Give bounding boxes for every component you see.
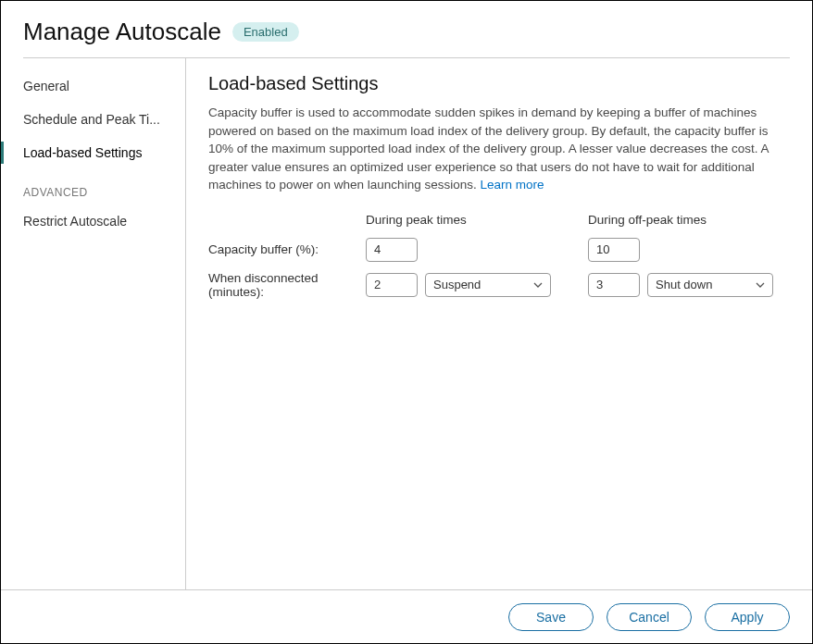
apply-button[interactable]: Apply	[705, 603, 790, 631]
peak-disconnect-action-select[interactable]: Suspend	[425, 273, 551, 297]
sidebar-item-schedule[interactable]: Schedule and Peak Ti...	[1, 103, 185, 136]
sidebar-item-general[interactable]: General	[1, 69, 185, 103]
content-description: Capacity buffer is used to accommodate s…	[208, 104, 790, 194]
learn-more-link[interactable]: Learn more	[480, 178, 544, 192]
sidebar: General Schedule and Peak Ti... Load-bas…	[1, 58, 186, 589]
header: Manage Autoscale Enabled	[1, 1, 812, 57]
row-label-capacity-buffer: Capacity buffer (%):	[208, 242, 366, 256]
cell-offpeak-disconnect: Shut down	[588, 273, 810, 297]
offpeak-disconnect-minutes-input[interactable]	[588, 273, 640, 297]
cell-peak-capacity	[366, 238, 588, 262]
offpeak-disconnect-action-value: Shut down	[656, 278, 712, 291]
content-heading: Load-based Settings	[208, 73, 790, 94]
row-label-when-disconnected: When disconnected (minutes):	[208, 271, 366, 299]
sidebar-item-restrict-autoscale[interactable]: Restrict Autoscale	[1, 204, 185, 238]
column-header-peak: During peak times	[366, 213, 588, 229]
sidebar-section-advanced: ADVANCED	[1, 169, 185, 204]
manage-autoscale-window: Manage Autoscale Enabled General Schedul…	[0, 0, 813, 644]
settings-grid: During peak times During off-peak times …	[208, 213, 790, 299]
cell-peak-disconnect: Suspend	[366, 273, 588, 297]
page-title: Manage Autoscale	[23, 18, 221, 46]
chevron-down-icon	[756, 280, 765, 290]
status-badge: Enabled	[232, 22, 299, 42]
cancel-button[interactable]: Cancel	[607, 603, 692, 631]
content: Load-based Settings Capacity buffer is u…	[186, 58, 812, 589]
sidebar-item-load-based[interactable]: Load-based Settings	[1, 136, 185, 169]
footer: Save Cancel Apply	[1, 589, 812, 643]
offpeak-disconnect-action-select[interactable]: Shut down	[647, 273, 773, 297]
peak-disconnect-action-value: Suspend	[433, 278, 481, 291]
peak-capacity-buffer-input[interactable]	[366, 238, 418, 262]
offpeak-capacity-buffer-input[interactable]	[588, 238, 640, 262]
peak-disconnect-minutes-input[interactable]	[366, 273, 418, 297]
column-header-offpeak: During off-peak times	[588, 213, 810, 229]
save-button[interactable]: Save	[508, 603, 594, 631]
body: General Schedule and Peak Ti... Load-bas…	[1, 58, 812, 589]
chevron-down-icon	[533, 280, 543, 290]
cell-offpeak-capacity	[588, 238, 810, 262]
